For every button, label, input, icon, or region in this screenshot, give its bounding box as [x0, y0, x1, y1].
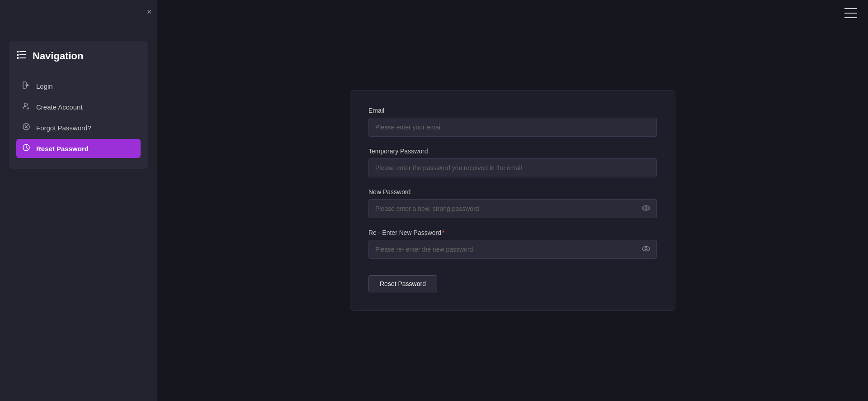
svg-point-8: [24, 103, 28, 106]
sidebar-item-login[interactable]: Login: [16, 76, 141, 95]
forgot-password-icon: [22, 123, 31, 133]
new-password-input[interactable]: [368, 199, 657, 218]
hamburger-line-3: [844, 17, 857, 18]
sidebar-item-create-account[interactable]: Create Account: [16, 97, 141, 116]
svg-point-17: [642, 247, 650, 251]
svg-rect-4: [19, 54, 26, 55]
new-password-label: New Password: [368, 188, 657, 196]
re-enter-password-eye-icon[interactable]: [642, 244, 651, 255]
svg-rect-3: [19, 51, 26, 52]
create-account-icon: [22, 102, 31, 112]
nav-card: Navigation Login: [9, 41, 148, 169]
sidebar-item-login-label: Login: [36, 82, 53, 90]
reset-password-button[interactable]: Reset Password: [368, 275, 437, 292]
sidebar: Navigation Login: [0, 0, 157, 401]
re-enter-password-form-group: Re - Enter New Password*: [368, 229, 657, 259]
svg-rect-0: [17, 51, 19, 53]
reset-password-form-card: Email Temporary Password New Password: [350, 90, 675, 311]
nav-header: Navigation: [16, 50, 141, 69]
svg-point-15: [642, 206, 650, 210]
svg-point-18: [645, 248, 647, 250]
email-form-group: Email: [368, 107, 657, 137]
re-enter-password-wrapper: [368, 240, 657, 259]
svg-rect-1: [17, 54, 19, 56]
email-label: Email: [368, 107, 657, 114]
login-icon: [22, 81, 31, 91]
temp-password-label: Temporary Password: [368, 148, 657, 155]
new-password-eye-icon[interactable]: [642, 204, 651, 214]
close-button[interactable]: ×: [144, 6, 155, 17]
svg-rect-2: [17, 57, 19, 59]
sidebar-item-create-account-label: Create Account: [36, 103, 83, 111]
sidebar-item-forgot-password[interactable]: Forgot Password?: [16, 118, 141, 137]
svg-point-16: [645, 207, 647, 209]
new-password-wrapper: [368, 199, 657, 218]
temp-password-input[interactable]: [368, 158, 657, 177]
new-password-form-group: New Password: [368, 188, 657, 218]
re-enter-password-input[interactable]: [368, 240, 657, 259]
svg-rect-5: [19, 57, 26, 58]
nav-title: Navigation: [33, 50, 83, 62]
sidebar-item-reset-password-label: Reset Password: [36, 145, 89, 153]
hamburger-menu-button[interactable]: [844, 8, 857, 18]
sidebar-item-forgot-password-label: Forgot Password?: [36, 124, 91, 132]
navigation-icon: [16, 50, 26, 62]
hamburger-line-2: [844, 13, 857, 14]
reset-password-icon: [22, 143, 31, 153]
hamburger-line-1: [844, 8, 857, 9]
re-enter-password-label: Re - Enter New Password*: [368, 229, 657, 236]
required-asterisk: *: [442, 229, 444, 236]
email-input[interactable]: [368, 118, 657, 137]
main-content: Email Temporary Password New Password: [157, 0, 868, 401]
nav-items-list: Login Create Account: [16, 76, 141, 158]
sidebar-item-reset-password[interactable]: Reset Password: [16, 139, 141, 158]
temp-password-form-group: Temporary Password: [368, 148, 657, 177]
